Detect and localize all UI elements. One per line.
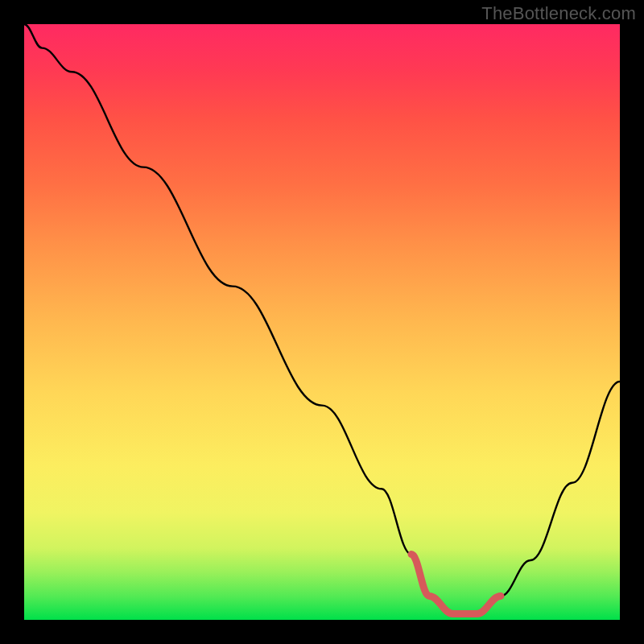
plot-area — [24, 24, 620, 620]
curve-svg — [24, 24, 620, 620]
bottleneck-curve — [24, 24, 620, 614]
chart-frame: TheBottleneck.com — [0, 0, 644, 644]
watermark-text: TheBottleneck.com — [481, 3, 636, 24]
highlight-curve — [411, 555, 501, 614]
